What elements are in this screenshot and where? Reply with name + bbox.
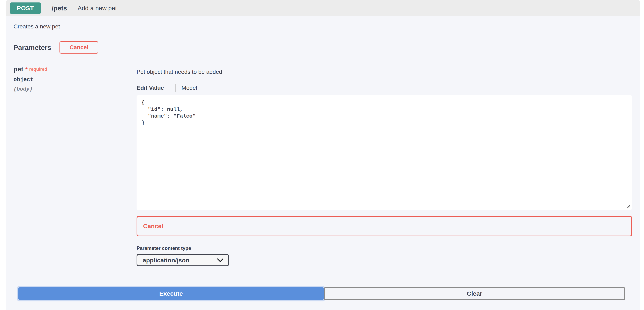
body-editor-textarea[interactable]: { "id": null, "name": "Falco" }: [136, 95, 632, 210]
execute-actions-row: Execute Clear: [17, 286, 625, 302]
parameter-name: pet: [14, 66, 23, 73]
http-method-badge: POST: [10, 2, 41, 14]
parameter-info-column: pet*required object (body): [14, 66, 136, 92]
parameter-value-column: Pet object that needs to be added Edit V…: [136, 66, 632, 266]
operation-body-panel: Creates a new pet Parameters Cancel pet*…: [6, 16, 640, 310]
parameter-location: (body): [14, 86, 136, 92]
cancel-operation-button[interactable]: Cancel: [136, 216, 632, 236]
parameter-row: pet*required object (body) Pet object th…: [14, 66, 632, 266]
content-type-select-wrapper: application/json: [136, 254, 229, 266]
parameter-description: Pet object that needs to be added: [136, 69, 632, 75]
parameter-type: object: [14, 77, 136, 83]
value-tabs: Edit Value Model: [136, 84, 632, 92]
execute-focus-ring: Execute: [17, 286, 325, 302]
resize-handle-icon[interactable]: [626, 204, 630, 209]
content-type-select[interactable]: application/json: [136, 254, 229, 266]
execute-button[interactable]: Execute: [18, 287, 324, 300]
operation-block: POST /pets Add a new pet Creates a new p…: [6, 0, 640, 310]
body-editor-wrapper: { "id": null, "name": "Falco" }: [136, 95, 632, 210]
endpoint-path: /pets: [52, 4, 67, 12]
required-asterisk: *: [25, 66, 28, 72]
operation-description: Creates a new pet: [14, 16, 632, 30]
parameters-header: Parameters Cancel: [14, 41, 632, 54]
clear-button[interactable]: Clear: [324, 287, 625, 300]
required-label: required: [29, 67, 47, 72]
tabs-divider: [176, 84, 176, 92]
endpoint-summary: Add a new pet: [78, 5, 117, 12]
tab-model[interactable]: Model: [182, 85, 197, 91]
parameter-name-line: pet*required: [14, 66, 136, 73]
operation-summary-bar[interactable]: POST /pets Add a new pet: [6, 0, 640, 16]
parameters-title: Parameters: [14, 44, 51, 52]
cancel-try-out-button[interactable]: Cancel: [60, 41, 98, 54]
content-type-label: Parameter content type: [136, 246, 632, 251]
tab-edit-value[interactable]: Edit Value: [136, 85, 164, 91]
